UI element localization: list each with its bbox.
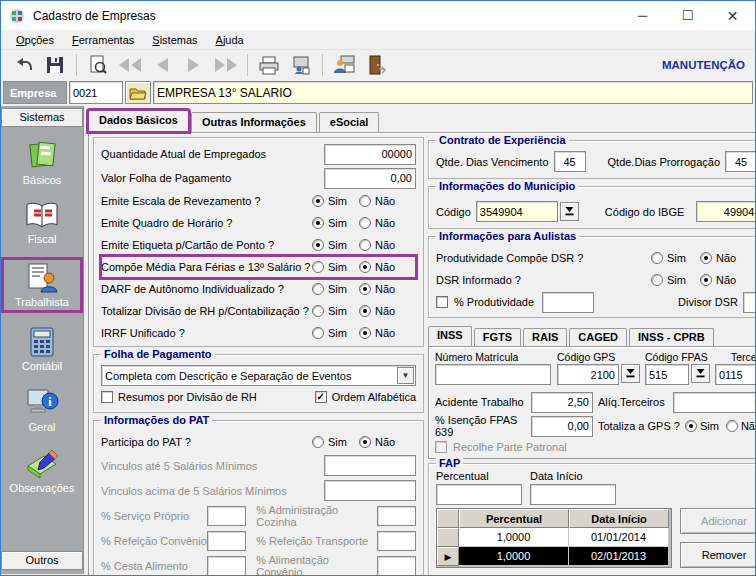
- radio-nao[interactable]: [700, 274, 712, 286]
- radio-sim[interactable]: [312, 261, 324, 273]
- grid-cell[interactable]: 02/01/2013: [569, 547, 669, 566]
- recolhe-patronal-checkbox[interactable]: [435, 441, 447, 453]
- lookup-down-icon[interactable]: [560, 202, 579, 221]
- tab-caged[interactable]: CAGED: [569, 328, 627, 346]
- tab-fgts[interactable]: FGTS: [474, 328, 521, 346]
- sidebar-item-trabalhista[interactable]: Trabalhista: [1, 257, 83, 313]
- remover-button[interactable]: Remover: [680, 542, 756, 568]
- fap-data-inicio-field[interactable]: [530, 484, 616, 505]
- menu-ajuda[interactable]: Ajuda: [207, 32, 253, 48]
- save-icon[interactable]: [39, 52, 71, 77]
- isencao-fpas-field[interactable]: 0,00: [531, 416, 593, 437]
- servico-proprio-field[interactable]: [207, 506, 246, 526]
- codigo-municipio-field[interactable]: 3549904: [476, 201, 558, 222]
- alimentacao-convenio-field[interactable]: [377, 556, 416, 576]
- refeicao-transporte-field[interactable]: [377, 531, 416, 551]
- grid-cell[interactable]: 1,0000: [459, 547, 569, 566]
- grid-cell[interactable]: 01/01/2014: [569, 528, 669, 547]
- exit-icon[interactable]: [360, 52, 392, 77]
- radio-nao[interactable]: [359, 217, 371, 229]
- print-icon[interactable]: [253, 52, 285, 77]
- radio-nao[interactable]: [359, 305, 371, 317]
- empresa-name-field[interactable]: EMPRESA 13° SALARIO: [153, 81, 753, 104]
- radio-nao[interactable]: [359, 283, 371, 295]
- resumos-checkbox[interactable]: [101, 391, 113, 403]
- lookup-down-icon[interactable]: [621, 364, 640, 383]
- radio-nao[interactable]: [700, 252, 712, 264]
- numero-matricula-field[interactable]: [435, 364, 551, 385]
- first-record-icon[interactable]: [114, 52, 146, 77]
- menu-sistemas[interactable]: Sistemas: [143, 32, 206, 48]
- radio-sim[interactable]: [312, 283, 324, 295]
- grid-cell[interactable]: 1,0000: [459, 528, 569, 547]
- radio-sim[interactable]: [312, 305, 324, 317]
- maximize-button[interactable]: ☐: [665, 1, 710, 30]
- fap-grid[interactable]: Percentual Data Início 1,0000 01/01/2014: [436, 508, 672, 568]
- dias-vencimento-field[interactable]: 45: [554, 151, 586, 172]
- preview-icon[interactable]: [82, 52, 114, 77]
- radio-nao[interactable]: [359, 436, 371, 448]
- menu-ferramentas[interactable]: Ferramentas: [63, 32, 143, 48]
- valor-folha-field[interactable]: 0,00: [324, 168, 416, 189]
- user-print-icon[interactable]: [328, 52, 360, 77]
- previous-record-icon[interactable]: [146, 52, 178, 77]
- radio-sim[interactable]: [312, 195, 324, 207]
- adicionar-button[interactable]: Adicionar: [680, 508, 756, 534]
- radio-sim[interactable]: [312, 217, 324, 229]
- refeicao-convenio-field[interactable]: [207, 531, 246, 551]
- radio-sim[interactable]: [312, 436, 324, 448]
- tab-rais[interactable]: RAIS: [523, 328, 567, 346]
- sidebar-header-sistemas[interactable]: Sistemas: [1, 108, 83, 127]
- sidebar-item-fiscal[interactable]: Fiscal: [1, 198, 83, 247]
- ordem-alfabetica-checkbox[interactable]: [315, 391, 327, 403]
- radio-sim[interactable]: [312, 327, 324, 339]
- qtd-empregados-field[interactable]: 00000: [324, 144, 416, 165]
- tab-inss-cprb[interactable]: INSS - CPRB: [629, 328, 714, 346]
- divisor-dsr-field[interactable]: [743, 292, 756, 313]
- minimize-button[interactable]: ─: [620, 1, 665, 30]
- tab-outras-informacoes[interactable]: Outras Informações: [191, 112, 317, 132]
- terceiros-field[interactable]: 0115: [715, 364, 756, 385]
- radio-sim[interactable]: [651, 252, 663, 264]
- empresa-code-field[interactable]: 0021: [69, 81, 123, 104]
- radio-nao[interactable]: [359, 195, 371, 207]
- vinculos-acima-5-field[interactable]: [324, 480, 416, 501]
- administracao-cozinha-field[interactable]: [377, 506, 416, 526]
- print-report-icon[interactable]: [285, 52, 317, 77]
- close-button[interactable]: ✕: [710, 1, 755, 30]
- menu-opcoes[interactable]: Opções: [7, 32, 63, 48]
- tab-esocial[interactable]: eSocial: [319, 112, 380, 132]
- radio-nao[interactable]: [359, 239, 371, 251]
- codigo-ibge-field[interactable]: 49904: [696, 201, 756, 222]
- last-record-icon[interactable]: [210, 52, 242, 77]
- tab-inss[interactable]: INSS: [428, 326, 472, 346]
- codigo-fpas-field[interactable]: 515: [645, 364, 689, 385]
- tab-dados-basicos[interactable]: Dados Básicos: [88, 110, 189, 132]
- radio-sim[interactable]: [651, 274, 663, 286]
- sidebar-item-basicos[interactable]: Básicos: [1, 137, 83, 188]
- radio-nao[interactable]: [726, 420, 738, 432]
- aliq-terceiros-field[interactable]: 0,00: [673, 392, 756, 413]
- sidebar-item-contabil[interactable]: Contábil: [1, 323, 83, 374]
- chevron-down-icon[interactable]: ▼: [397, 367, 414, 384]
- lookup-down-icon[interactable]: [691, 364, 710, 383]
- sidebar-item-observacoes[interactable]: Observações: [1, 445, 83, 496]
- dias-prorrogacao-field[interactable]: 45: [725, 151, 756, 172]
- acidente-trabalho-field[interactable]: 2,50: [531, 392, 593, 413]
- radio-sim[interactable]: [685, 420, 697, 432]
- produtividade-field[interactable]: [542, 292, 594, 313]
- undo-icon[interactable]: [7, 52, 39, 77]
- sidebar-item-geral[interactable]: i Geral: [1, 384, 83, 435]
- open-company-button[interactable]: [125, 81, 151, 104]
- radio-nao[interactable]: [359, 327, 371, 339]
- folha-tipo-combobox[interactable]: Completa com Descrição e Separação de Ev…: [101, 365, 416, 386]
- next-record-icon[interactable]: [178, 52, 210, 77]
- sidebar-footer-outros[interactable]: Outros: [1, 551, 83, 570]
- cesta-alimento-field[interactable]: [207, 556, 246, 576]
- vinculos-ate-5-field[interactable]: [324, 455, 416, 476]
- fap-percentual-field[interactable]: [436, 484, 522, 505]
- codigo-gps-field[interactable]: 2100: [557, 364, 619, 385]
- produtividade-checkbox[interactable]: [436, 296, 448, 308]
- radio-sim[interactable]: [312, 239, 324, 251]
- radio-nao[interactable]: [359, 261, 371, 273]
